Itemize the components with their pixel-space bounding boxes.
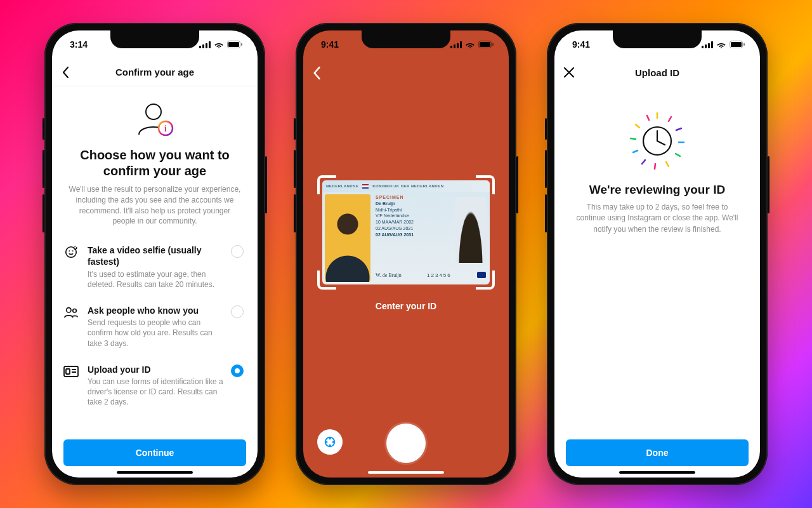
status-indicators bbox=[450, 41, 494, 48]
svg-line-48 bbox=[631, 138, 636, 139]
close-button[interactable] bbox=[563, 67, 575, 78]
option-label: Ask people who know you bbox=[88, 305, 225, 316]
svg-rect-33 bbox=[705, 44, 707, 48]
radio-unchecked[interactable] bbox=[231, 305, 244, 318]
svg-rect-20 bbox=[450, 46, 452, 48]
svg-point-30 bbox=[325, 441, 328, 443]
id-chip-icon bbox=[477, 272, 486, 278]
battery-icon bbox=[227, 41, 242, 48]
profile-info-icon: i bbox=[133, 98, 177, 138]
gallery-button[interactable] bbox=[317, 429, 343, 455]
wifi-icon bbox=[465, 41, 475, 48]
option-ask-people[interactable]: Ask people who know you Send requests to… bbox=[63, 297, 246, 356]
phone-camera-scan: 9:41 NEDERLANDSE KONINKRIJK DER NEDERLAN… bbox=[296, 23, 516, 485]
svg-line-44 bbox=[666, 162, 669, 166]
continue-button[interactable]: Continue bbox=[63, 439, 246, 466]
status-indicators bbox=[199, 41, 242, 48]
id-given-names: Nidhi-Tripathi bbox=[376, 207, 449, 213]
nav-title: Confirm your age bbox=[115, 67, 194, 77]
svg-rect-1 bbox=[202, 44, 204, 48]
scan-frame: NEDERLANDSE KONINKRIJK DER NEDERLANDEN S… bbox=[317, 175, 495, 290]
svg-rect-17 bbox=[66, 369, 70, 374]
option-label: Upload your ID bbox=[88, 364, 225, 375]
nav-bar bbox=[303, 58, 509, 86]
svg-line-49 bbox=[636, 124, 639, 128]
id-kingdom: KONINKRIJK DER NEDERLANDEN bbox=[372, 184, 443, 188]
svg-point-28 bbox=[329, 438, 331, 440]
option-desc: It's used to estimate your age, then del… bbox=[88, 269, 225, 290]
radio-checked[interactable] bbox=[231, 364, 244, 377]
device-notch bbox=[362, 30, 450, 48]
home-indicator[interactable] bbox=[368, 471, 444, 474]
svg-line-46 bbox=[642, 160, 645, 164]
gallery-icon bbox=[323, 435, 337, 449]
svg-rect-21 bbox=[454, 44, 455, 48]
svg-rect-34 bbox=[708, 43, 710, 48]
shutter-button[interactable] bbox=[386, 424, 426, 463]
phone-confirm-age: 3:14 Confirm your age i bbox=[44, 23, 265, 485]
wifi-icon bbox=[214, 41, 224, 48]
svg-line-45 bbox=[655, 164, 655, 169]
svg-rect-22 bbox=[457, 43, 459, 48]
svg-rect-25 bbox=[480, 42, 490, 47]
svg-text:i: i bbox=[164, 124, 167, 133]
svg-point-10 bbox=[66, 247, 77, 258]
id-surname: De Bruijn bbox=[376, 201, 449, 207]
status-indicators bbox=[702, 41, 745, 48]
review-subtitle: This may take up to 2 days, so feel free… bbox=[576, 202, 738, 235]
id-signature: W. de Bruijn bbox=[376, 272, 402, 278]
hero-title: Choose how you want to confirm your age bbox=[69, 147, 241, 179]
svg-line-40 bbox=[669, 117, 671, 121]
svg-rect-35 bbox=[711, 41, 713, 48]
device-notch bbox=[110, 30, 199, 48]
device-notch bbox=[613, 30, 702, 48]
done-button[interactable]: Done bbox=[566, 439, 749, 466]
svg-rect-2 bbox=[206, 43, 207, 48]
verification-options: Take a video selfie (usually fastest) It… bbox=[63, 237, 246, 415]
home-indicator[interactable] bbox=[117, 471, 193, 474]
option-upload-id[interactable]: Upload your ID You can use forms of iden… bbox=[63, 356, 246, 415]
face-scan-icon bbox=[63, 244, 79, 260]
svg-rect-26 bbox=[492, 43, 494, 46]
close-icon bbox=[563, 67, 575, 78]
radio-unchecked[interactable] bbox=[231, 245, 244, 258]
hero-subtitle: We'll use the result to personalize your… bbox=[69, 184, 241, 227]
id-secondary-photo bbox=[455, 197, 486, 263]
id-card-preview: NEDERLANDSE KONINKRIJK DER NEDERLANDEN S… bbox=[322, 180, 490, 284]
svg-rect-0 bbox=[199, 46, 201, 48]
id-issue: 02 AUG/AUG 2021 bbox=[376, 225, 449, 232]
svg-point-12 bbox=[72, 250, 74, 251]
option-label: Take a video selfie (usually fastest) bbox=[88, 244, 225, 267]
chevron-left-icon bbox=[312, 66, 321, 80]
option-video-selfie[interactable]: Take a video selfie (usually fastest) It… bbox=[63, 237, 246, 297]
option-desc: Send requests to people who can confirm … bbox=[88, 318, 225, 349]
svg-line-43 bbox=[676, 154, 680, 156]
id-country-a: NEDERLANDSE bbox=[326, 184, 358, 188]
id-docnum: 123456 bbox=[427, 272, 452, 278]
status-time: 9:41 bbox=[321, 39, 339, 50]
camera-caption: Center your ID bbox=[376, 301, 436, 311]
svg-rect-32 bbox=[702, 46, 704, 48]
id-expiry: 02 AUG/AUG 2031 bbox=[376, 232, 449, 238]
review-title: We're reviewing your ID bbox=[576, 183, 738, 197]
svg-point-14 bbox=[67, 308, 71, 312]
svg-line-47 bbox=[633, 150, 638, 152]
back-button[interactable] bbox=[61, 66, 70, 79]
svg-rect-23 bbox=[460, 41, 462, 48]
id-sex-nationality: V/F Nederlandse bbox=[376, 213, 449, 219]
battery-icon bbox=[478, 41, 494, 48]
svg-line-41 bbox=[676, 128, 681, 130]
svg-line-50 bbox=[647, 116, 649, 120]
chevron-left-icon bbox=[61, 66, 70, 79]
option-desc: You can use forms of identification like… bbox=[88, 377, 225, 408]
back-button[interactable] bbox=[312, 66, 321, 83]
home-indicator[interactable] bbox=[619, 471, 695, 474]
wifi-icon bbox=[716, 41, 726, 48]
svg-rect-5 bbox=[228, 42, 239, 47]
id-specimen: SPECIMEN bbox=[376, 194, 449, 201]
svg-rect-3 bbox=[209, 41, 211, 48]
svg-point-15 bbox=[73, 309, 77, 312]
nav-bar: Confirm your age bbox=[52, 58, 258, 86]
people-icon bbox=[63, 305, 79, 320]
hero-section: i Choose how you want to confirm your ag… bbox=[63, 86, 246, 233]
